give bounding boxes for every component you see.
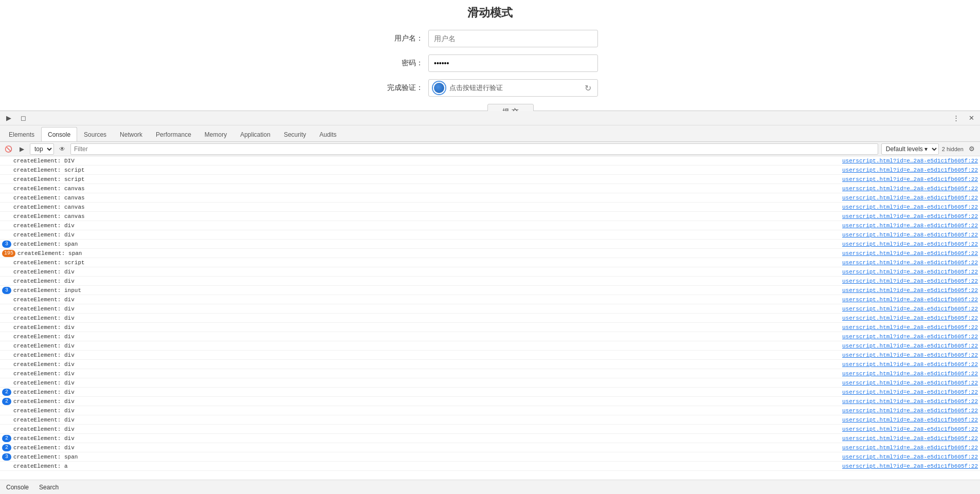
log-link[interactable]: userscript.html?id=e…2a8-e5d1c1fb605f:22 [837, 260, 978, 266]
log-badge-empty [2, 268, 11, 276]
log-link[interactable]: userscript.html?id=e…2a8-e5d1c1fb605f:22 [837, 454, 978, 460]
tab-audits[interactable]: Audits [313, 127, 343, 141]
log-link[interactable]: userscript.html?id=e…2a8-e5d1c1fb605f:22 [837, 176, 978, 182]
log-text: createElement: canvas [13, 204, 837, 210]
log-link[interactable]: userscript.html?id=e…2a8-e5d1c1fb605f:22 [837, 380, 978, 386]
log-link[interactable]: userscript.html?id=e…2a8-e5d1c1fb605f:22 [837, 250, 978, 257]
console-bottom-bar: Console Search [0, 480, 980, 494]
devtools-tabs: Elements Console Sources Network Perform… [0, 125, 980, 142]
log-row: 3 createElement: span userscript.html?id… [0, 240, 980, 249]
log-link[interactable]: userscript.html?id=e…2a8-e5d1c1fb605f:22 [837, 371, 978, 377]
tab-network[interactable]: Network [113, 127, 149, 141]
console-toolbar: 🚫 ▶ top 👁 Default levels ▾ 2 hidden ⚙ [0, 142, 980, 156]
log-row: 3 createElement: span userscript.html?id… [0, 452, 980, 462]
log-link[interactable]: userscript.html?id=e…2a8-e5d1c1fb605f:22 [837, 352, 978, 358]
log-link[interactable]: userscript.html?id=e…2a8-e5d1c1fb605f:22 [837, 445, 978, 451]
log-text: createElement: div [13, 408, 837, 414]
close-devtools-icon[interactable]: ✕ [965, 113, 978, 124]
log-text: createElement: div [13, 426, 837, 432]
levels-select[interactable]: Default levels ▾ [881, 143, 939, 155]
log-link[interactable]: userscript.html?id=e…2a8-e5d1c1fb605f:22 [837, 213, 978, 219]
log-link[interactable]: userscript.html?id=e…2a8-e5d1c1fb605f:22 [837, 278, 978, 284]
log-link[interactable]: userscript.html?id=e…2a8-e5d1c1fb605f:22 [837, 398, 978, 405]
log-link[interactable]: userscript.html?id=e…2a8-e5d1c1fb605f:22 [837, 408, 978, 414]
tab-sources[interactable]: Sources [77, 127, 113, 141]
log-link[interactable]: userscript.html?id=e…2a8-e5d1c1fb605f:22 [837, 334, 978, 340]
log-badge-empty [2, 361, 11, 368]
log-row: 2 createElement: div userscript.html?id=… [0, 388, 980, 397]
eye-icon[interactable]: 👁 [57, 144, 67, 154]
log-link[interactable]: userscript.html?id=e…2a8-e5d1c1fb605f:22 [837, 417, 978, 423]
username-input[interactable] [428, 30, 598, 47]
page-area: 滑动模式 用户名： 密码： 完成验证： 点击按钮进行验证 ↻ 提 交 [0, 0, 980, 111]
log-badge-empty [2, 342, 11, 350]
devtools-panel: ▶ ◻ ⋮ ✕ Elements Console Sources Network… [0, 111, 980, 494]
log-text: createElement: div [13, 223, 837, 229]
context-select[interactable]: top [30, 143, 54, 155]
device-icon[interactable]: ◻ [16, 113, 30, 124]
password-row: 密码： [382, 54, 598, 72]
clear-console-icon[interactable]: 🚫 [3, 144, 13, 154]
log-link[interactable]: userscript.html?id=e…2a8-e5d1c1fb605f:22 [837, 195, 978, 201]
log-badge-empty [2, 416, 11, 424]
bottom-tab-console[interactable]: Console [4, 483, 31, 492]
log-link[interactable]: userscript.html?id=e…2a8-e5d1c1fb605f:22 [837, 435, 978, 442]
log-link[interactable]: userscript.html?id=e…2a8-e5d1c1fb605f:22 [837, 241, 978, 247]
tab-security[interactable]: Security [277, 127, 313, 141]
log-text: createElement: div [13, 306, 837, 312]
log-row: createElement: div userscript.html?id=e…… [0, 406, 980, 415]
log-link[interactable]: userscript.html?id=e…2a8-e5d1c1fb605f:22 [837, 297, 978, 303]
log-link[interactable]: userscript.html?id=e…2a8-e5d1c1fb605f:22 [837, 324, 978, 331]
tab-console[interactable]: Console [41, 127, 77, 141]
log-link[interactable]: userscript.html?id=e…2a8-e5d1c1fb605f:22 [837, 223, 978, 229]
log-text: createElement: canvas [13, 186, 837, 192]
log-row: createElement: canvas userscript.html?id… [0, 184, 980, 193]
more-options-icon[interactable]: ⋮ [949, 113, 963, 124]
log-badge: 3 [2, 241, 11, 248]
log-text: createElement: span [17, 250, 837, 257]
log-badge-empty [2, 213, 11, 220]
console-log-area[interactable]: createElement: DIV userscript.html?id=e…… [0, 156, 980, 480]
console-filter-input[interactable] [70, 143, 878, 155]
log-text: createElement: DIV [13, 158, 837, 164]
log-text: createElement: div [13, 445, 837, 451]
log-badge-empty [2, 167, 11, 174]
log-link[interactable]: userscript.html?id=e…2a8-e5d1c1fb605f:22 [837, 426, 978, 432]
log-row: createElement: canvas userscript.html?id… [0, 193, 980, 203]
devtools-toolbar: ▶ ◻ ⋮ ✕ [0, 111, 980, 125]
log-link[interactable]: userscript.html?id=e…2a8-e5d1c1fb605f:22 [837, 158, 978, 164]
log-link[interactable]: userscript.html?id=e…2a8-e5d1c1fb605f:22 [837, 204, 978, 210]
log-link[interactable]: userscript.html?id=e…2a8-e5d1c1fb605f:22 [837, 343, 978, 349]
log-link[interactable]: userscript.html?id=e…2a8-e5d1c1fb605f:22 [837, 269, 978, 275]
bottom-tab-search[interactable]: Search [37, 483, 61, 492]
log-row: 2 createElement: div userscript.html?id=… [0, 434, 980, 443]
log-badge-empty [2, 185, 11, 192]
password-input[interactable] [428, 54, 598, 72]
log-badge: 195 [2, 250, 15, 257]
log-text: createElement: div [13, 269, 837, 275]
tab-performance[interactable]: Performance [149, 127, 198, 141]
captcha-refresh-icon[interactable]: ↻ [582, 82, 593, 94]
log-row: createElement: div userscript.html?id=e…… [0, 295, 980, 304]
console-filter-icon[interactable]: ▶ [16, 144, 27, 154]
log-text: createElement: script [13, 260, 837, 266]
page-title: 滑动模式 [467, 5, 513, 21]
inspect-icon[interactable]: ▶ [2, 113, 15, 124]
log-link[interactable]: userscript.html?id=e…2a8-e5d1c1fb605f:22 [837, 287, 978, 294]
log-badge-empty [2, 231, 11, 239]
captcha-label: 完成验证： [382, 83, 423, 93]
log-link[interactable]: userscript.html?id=e…2a8-e5d1c1fb605f:22 [837, 389, 978, 395]
log-row: 2 createElement: div userscript.html?id=… [0, 443, 980, 452]
log-link[interactable]: userscript.html?id=e…2a8-e5d1c1fb605f:22 [837, 167, 978, 173]
log-link[interactable]: userscript.html?id=e…2a8-e5d1c1fb605f:22 [837, 232, 978, 238]
log-link[interactable]: userscript.html?id=e…2a8-e5d1c1fb605f:22 [837, 361, 978, 368]
console-settings-icon[interactable]: ⚙ [967, 144, 977, 154]
tab-memory[interactable]: Memory [198, 127, 233, 141]
captcha-box[interactable]: 点击按钮进行验证 ↻ [428, 79, 598, 97]
tab-application[interactable]: Application [233, 127, 277, 141]
log-link[interactable]: userscript.html?id=e…2a8-e5d1c1fb605f:22 [837, 463, 978, 469]
tab-elements[interactable]: Elements [2, 127, 41, 141]
log-link[interactable]: userscript.html?id=e…2a8-e5d1c1fb605f:22 [837, 186, 978, 192]
log-link[interactable]: userscript.html?id=e…2a8-e5d1c1fb605f:22 [837, 315, 978, 321]
log-link[interactable]: userscript.html?id=e…2a8-e5d1c1fb605f:22 [837, 306, 978, 312]
